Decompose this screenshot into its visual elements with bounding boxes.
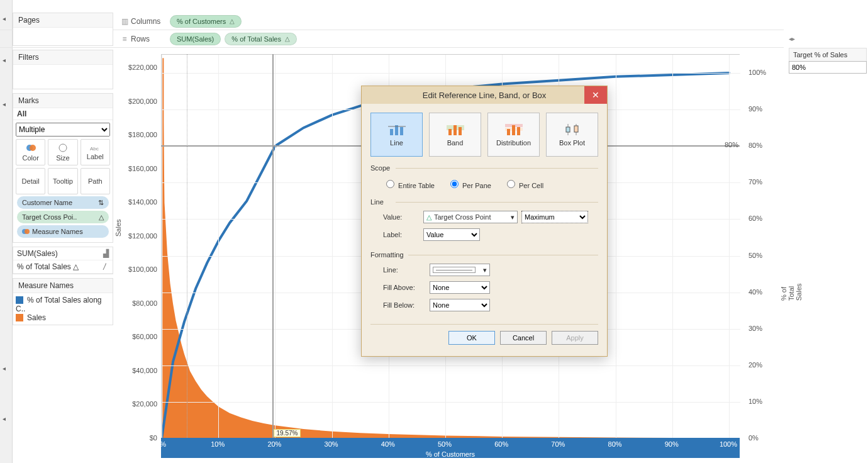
reference-line-v-label: 19.57% <box>274 429 301 437</box>
filters-header: Filters <box>13 50 113 65</box>
rows-pill-pct[interactable]: % of Total Sales△ <box>225 33 297 45</box>
y-right-title: % of Total Sales <box>780 283 803 301</box>
svg-text:Abc: Abc <box>90 146 99 152</box>
chevron-down-icon: ▾ <box>511 213 515 221</box>
x-axis-band: 0%10%20%30%40%50%60%70%80%90%100% % of C… <box>161 438 740 458</box>
marks-label-button[interactable]: Abc Label <box>81 139 110 165</box>
scope-section-label: Scope <box>370 164 598 172</box>
svg-rect-13 <box>453 125 457 135</box>
rows-icon: ≡ <box>118 35 131 43</box>
line-chart-icon: 〳 <box>101 262 109 271</box>
marks-tooltip-button[interactable]: Tooltip <box>48 168 77 194</box>
band-type-icon <box>447 123 464 137</box>
distribution-type-icon <box>505 123 523 137</box>
marks-all-tab[interactable]: All <box>13 108 113 120</box>
delta-icon: △ <box>230 18 235 25</box>
expand-arrow-icon[interactable]: ◂▸ <box>789 35 795 42</box>
type-line-button[interactable]: Line <box>370 113 423 157</box>
line-style-select[interactable]: ▾ <box>430 264 490 276</box>
rows-pill-sum[interactable]: SUM(Sales) <box>170 33 221 45</box>
color-icon <box>26 143 36 153</box>
dialog-title: Edit Reference Line, Band, or Box <box>423 91 547 100</box>
svg-point-5 <box>25 229 30 234</box>
mark-pill-target[interactable]: Target Cross Poi.. △ <box>17 211 109 223</box>
mark-pill-measure[interactable]: Measure Names <box>17 225 109 238</box>
reference-line-v[interactable] <box>272 54 274 438</box>
measure-sum-sales[interactable]: SUM(Sales)▟ <box>13 247 113 260</box>
collapse-arrow-icon[interactable]: ◂ <box>3 415 6 422</box>
target-value-input[interactable] <box>789 61 867 74</box>
y-left-axis: $0$20,000$40,000$60,000$80,000$100,000$1… <box>117 54 161 438</box>
drop-line <box>187 54 187 438</box>
pill-text: % of Total Sales <box>231 35 281 43</box>
svg-rect-17 <box>507 129 510 135</box>
line-swatch <box>433 267 476 273</box>
line-format-label: Line: <box>383 266 430 274</box>
mark-type-select[interactable]: Multiple <box>16 123 110 137</box>
marks-color-button[interactable]: Color <box>16 139 45 165</box>
marks-detail-button[interactable]: Detail <box>16 168 45 194</box>
svg-rect-6 <box>162 58 164 438</box>
pill-text: Target Cross Poi.. <box>22 213 77 221</box>
color-legend-card[interactable]: Measure Names % of Total Sales along C..… <box>13 278 113 325</box>
svg-rect-19 <box>517 127 520 135</box>
label-icon: Abc <box>90 144 100 152</box>
apply-button[interactable]: Apply <box>552 331 598 345</box>
marks-size-button[interactable]: Size <box>48 139 77 165</box>
marks-header: Marks <box>13 94 113 108</box>
rows-shelf[interactable]: ≡ Rows SUM(Sales) % of Total Sales△ <box>0 30 784 48</box>
pages-header: Pages <box>13 13 113 28</box>
legend-swatch <box>16 314 23 321</box>
cancel-button[interactable]: Cancel <box>500 331 547 345</box>
value-label: Value: <box>383 213 423 221</box>
close-button[interactable]: ✕ <box>584 86 607 104</box>
svg-rect-18 <box>512 125 515 135</box>
sort-icon: ⇅ <box>98 199 104 207</box>
delta-icon: △ <box>99 213 104 221</box>
x-axis-title: % of Customers <box>426 450 475 458</box>
filters-card[interactable]: Filters <box>13 50 113 89</box>
boxplot-type-icon <box>564 123 581 137</box>
type-boxplot-button[interactable]: Box Plot <box>546 113 598 157</box>
ok-button[interactable]: OK <box>448 331 495 345</box>
columns-shelf[interactable]: ▥ Columns % of Customers△ <box>0 13 784 30</box>
fill-above-select[interactable]: None <box>430 281 490 294</box>
pill-text: % of Customers <box>177 18 226 25</box>
pill-text: Customer Name <box>22 199 72 206</box>
measures-list: SUM(Sales)▟ % of Total Sales △〳 <box>13 247 113 274</box>
fill-below-select[interactable]: None <box>430 299 490 311</box>
type-band-button[interactable]: Band <box>429 113 481 157</box>
svg-rect-14 <box>459 127 462 135</box>
value-agg-select[interactable]: Maximum <box>521 211 588 223</box>
collapse-arrow-icon[interactable]: ◂ <box>3 101 6 108</box>
collapse-arrow-icon[interactable]: ◂ <box>3 365 6 372</box>
rows-label: Rows <box>131 35 170 43</box>
legend-item[interactable]: Sales <box>16 313 110 322</box>
fill-below-label: Fill Below: <box>383 301 430 309</box>
pill-text: Measure Names <box>32 228 83 235</box>
measure-pct-total[interactable]: % of Total Sales △〳 <box>13 260 113 274</box>
scope-entire-table[interactable]: Entire Table <box>383 178 435 189</box>
scope-per-pane[interactable]: Per Pane <box>447 178 491 189</box>
svg-point-2 <box>59 144 67 152</box>
svg-point-1 <box>30 145 36 151</box>
label-select[interactable]: Value <box>423 228 480 241</box>
pill-text: SUM(Sales) <box>177 35 214 43</box>
svg-rect-9 <box>400 127 403 135</box>
type-distribution-button[interactable]: Distribution <box>487 113 540 157</box>
pages-card[interactable]: Pages <box>13 13 113 46</box>
collapse-arrow-icon[interactable]: ◂ <box>3 57 6 64</box>
mark-pill-customer[interactable]: Customer Name ⇅ <box>17 196 109 209</box>
close-icon: ✕ <box>592 90 599 100</box>
edit-reference-line-dialog: Edit Reference Line, Band, or Box ✕ Line… <box>361 86 608 357</box>
value-field-select[interactable]: △ Target Cross Point ▾ <box>423 211 518 223</box>
reference-line-h-label: 80% <box>725 141 738 148</box>
line-section-label: Line <box>370 198 598 206</box>
columns-pill[interactable]: % of Customers△ <box>170 15 242 28</box>
svg-rect-23 <box>574 126 578 132</box>
dialog-title-bar[interactable]: Edit Reference Line, Band, or Box ✕ <box>362 86 607 104</box>
legend-item[interactable]: % of Total Sales along C.. <box>16 296 110 313</box>
scope-per-cell[interactable]: Per Cell <box>504 178 543 189</box>
fill-above-label: Fill Above: <box>383 284 430 291</box>
marks-path-button[interactable]: Path <box>81 168 110 194</box>
